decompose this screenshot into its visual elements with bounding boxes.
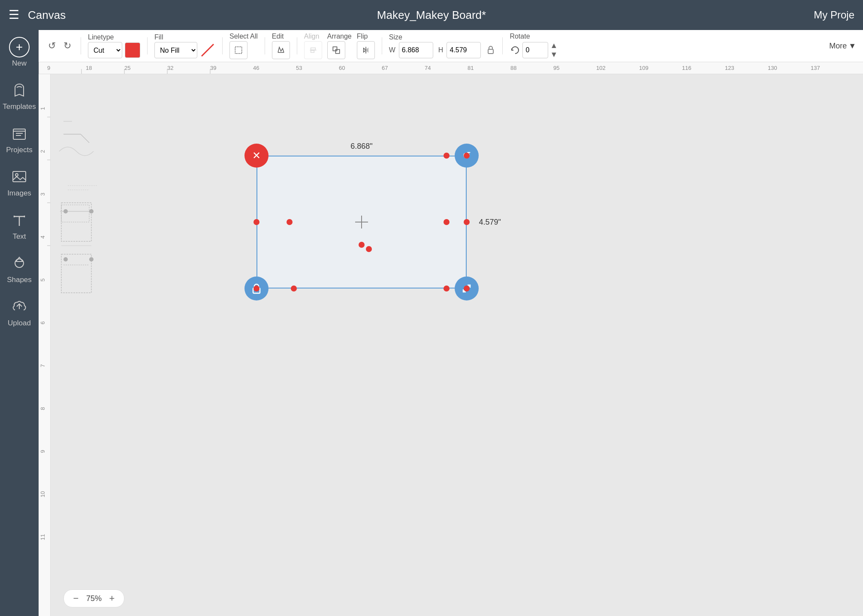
- svg-text:9: 9: [47, 65, 50, 71]
- svg-text:109: 109: [639, 65, 649, 71]
- handle-bottom-left[interactable]: [253, 285, 260, 291]
- projects-icon: [11, 125, 28, 144]
- handle-bottom-left2[interactable]: [291, 285, 297, 291]
- handle-center-bot[interactable]: [359, 242, 365, 248]
- align-button[interactable]: [304, 41, 322, 59]
- svg-text:2: 2: [39, 150, 46, 153]
- zoom-out-button[interactable]: −: [70, 592, 82, 604]
- zoom-controls: − 75% +: [63, 589, 124, 607]
- select-all-label: Select All: [229, 33, 258, 40]
- svg-text:7: 7: [39, 364, 46, 367]
- delete-button[interactable]: ✕: [244, 144, 269, 168]
- redo-button[interactable]: ↻: [61, 38, 74, 54]
- svg-text:3: 3: [39, 192, 46, 195]
- svg-point-67: [63, 209, 68, 213]
- templates-label: Templates: [3, 102, 36, 111]
- user-name[interactable]: My Proje: [814, 9, 854, 21]
- svg-rect-7: [333, 47, 337, 51]
- handle-mid-right[interactable]: [464, 219, 470, 225]
- handle-mid-right2[interactable]: [444, 219, 450, 225]
- templates-icon: [11, 81, 28, 101]
- svg-text:95: 95: [553, 65, 559, 71]
- select-all-button[interactable]: [229, 41, 247, 59]
- svg-text:60: 60: [339, 65, 345, 71]
- svg-rect-15: [13, 171, 26, 182]
- divider-6: [382, 37, 382, 54]
- lock-ratio[interactable]: [486, 45, 495, 54]
- linetype-label: Linetype: [88, 33, 140, 41]
- new-icon: +: [9, 37, 30, 57]
- edit-button[interactable]: [272, 41, 290, 59]
- svg-rect-5: [311, 48, 315, 50]
- handle-mid-left[interactable]: [253, 219, 260, 225]
- flip-group: Flip: [357, 33, 375, 59]
- dimension-height-label: 4.579": [479, 218, 501, 227]
- linetype-color[interactable]: [125, 42, 140, 58]
- size-label: Size: [389, 33, 481, 41]
- more-label: More: [829, 42, 847, 51]
- handle-center-bot2[interactable]: [366, 246, 372, 252]
- selected-shape[interactable]: 6.868" 4.579" ✕ ↺: [256, 156, 467, 288]
- svg-text:67: 67: [382, 65, 388, 71]
- svg-rect-65: [61, 205, 89, 222]
- handle-top-right2[interactable]: [444, 153, 450, 159]
- images-label: Images: [7, 189, 31, 198]
- shapes-label: Shapes: [7, 276, 32, 284]
- sidebar-item-upload[interactable]: Upload: [0, 291, 39, 334]
- svg-text:102: 102: [596, 65, 606, 71]
- handle-bottom-right2[interactable]: [444, 285, 450, 291]
- svg-text:6: 6: [39, 321, 46, 324]
- handle-bottom-right[interactable]: [464, 285, 470, 291]
- sidebar-item-projects[interactable]: Projects: [0, 118, 39, 161]
- flip-button[interactable]: [357, 41, 375, 59]
- document-title: Makey_Makey Board*: [377, 9, 486, 22]
- more-chevron-icon: ▼: [848, 42, 856, 51]
- handle-top-right[interactable]: [464, 153, 470, 159]
- text-label: Text: [12, 232, 26, 241]
- handle-mid-left2[interactable]: [287, 219, 293, 225]
- align-label: Align: [304, 33, 322, 40]
- sidebar-item-text[interactable]: Text: [0, 204, 39, 248]
- width-input[interactable]: [399, 42, 433, 58]
- more-button[interactable]: More ▼: [829, 42, 856, 51]
- sidebar-item-new[interactable]: + New: [0, 30, 39, 75]
- edit-label: Edit: [272, 33, 290, 40]
- svg-text:10: 10: [39, 491, 46, 497]
- svg-rect-8: [335, 49, 339, 53]
- height-input[interactable]: [447, 42, 481, 58]
- linetype-select[interactable]: Cut Score Draw: [88, 42, 122, 58]
- divider-5: [297, 37, 297, 54]
- align-group: Align: [304, 33, 322, 59]
- crosshair: [355, 216, 368, 228]
- divider-2: [147, 37, 148, 54]
- new-label: New: [12, 59, 27, 68]
- upload-label: Upload: [8, 319, 31, 328]
- zoom-in-button[interactable]: +: [106, 592, 118, 604]
- rotate-up-btn[interactable]: ▲: [550, 41, 558, 50]
- undo-redo-group: ↺ ↻: [45, 38, 74, 54]
- canvas-area[interactable]: 6.868" 4.579" ✕ ↺: [51, 74, 863, 616]
- arrange-group: Arrange: [327, 33, 352, 59]
- fill-select[interactable]: No Fill Solid: [154, 42, 197, 58]
- stroke-preview: [200, 42, 215, 58]
- undo-button[interactable]: ↺: [45, 38, 58, 54]
- sidebar-item-templates[interactable]: Templates: [0, 75, 39, 118]
- svg-text:8: 8: [39, 407, 46, 410]
- toolbar: ↺ ↻ Linetype Cut Score Draw Fill No Fill…: [39, 30, 863, 62]
- rotate-group: Rotate ▲ ▼: [510, 33, 558, 59]
- divider-1: [81, 37, 81, 54]
- svg-text:1: 1: [39, 107, 46, 110]
- svg-text:11: 11: [39, 534, 46, 540]
- upload-icon: [11, 298, 28, 317]
- svg-text:123: 123: [725, 65, 734, 71]
- height-label: H: [438, 46, 444, 54]
- sidebar-item-images[interactable]: Images: [0, 161, 39, 204]
- rotate-input[interactable]: [522, 42, 548, 58]
- dimension-width-label: 6.868": [350, 142, 372, 151]
- svg-text:46: 46: [253, 65, 259, 71]
- menu-icon[interactable]: ☰: [9, 9, 19, 21]
- svg-text:5: 5: [39, 278, 46, 281]
- rotate-down-btn[interactable]: ▼: [550, 50, 558, 59]
- sidebar-item-shapes[interactable]: Shapes: [0, 248, 39, 291]
- arrange-button[interactable]: [327, 41, 345, 59]
